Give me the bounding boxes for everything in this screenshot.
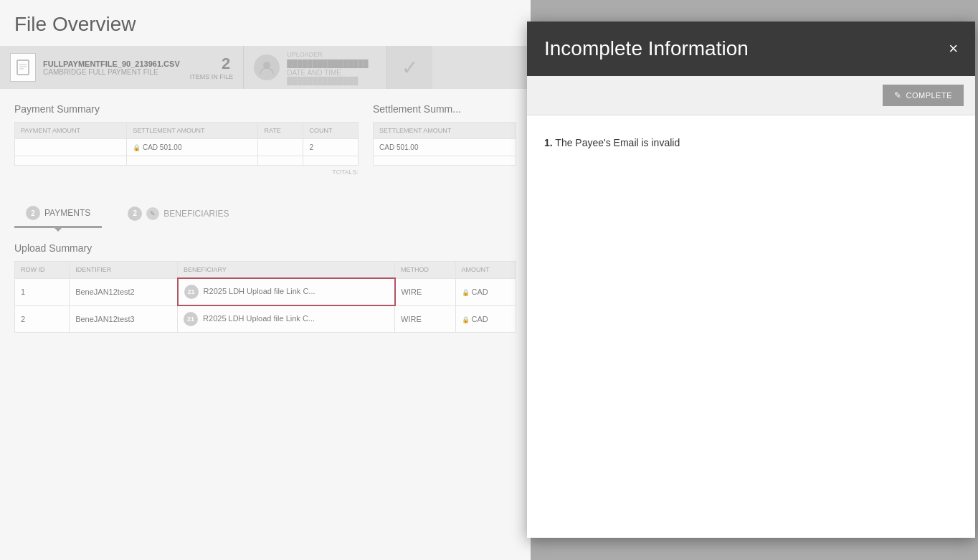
complete-button[interactable]: ✎ COMPLETE xyxy=(883,85,964,106)
error-item-1: 1. The Payee's Email is invalid xyxy=(544,137,958,148)
modal-close-button[interactable]: × xyxy=(949,41,958,57)
modal-header: Incomplete Information × xyxy=(527,22,975,76)
modal: Incomplete Information × ✎ COMPLETE 1. T… xyxy=(527,22,975,538)
modal-overlay xyxy=(0,0,531,560)
modal-title: Incomplete Information xyxy=(544,37,749,60)
modal-body: 1. The Payee's Email is invalid xyxy=(527,115,975,179)
modal-toolbar: ✎ COMPLETE xyxy=(527,76,975,115)
pencil-icon: ✎ xyxy=(894,90,902,100)
complete-button-label: COMPLETE xyxy=(906,91,952,100)
